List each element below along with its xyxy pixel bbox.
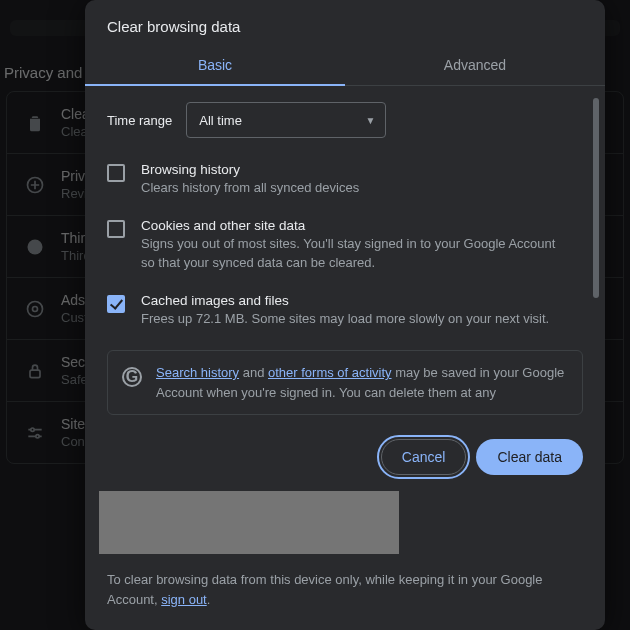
option-browsing-history: Browsing history Clears history from all… xyxy=(107,152,583,208)
tab-basic[interactable]: Basic xyxy=(85,47,345,85)
google-notice-text: Search history and other forms of activi… xyxy=(156,363,568,402)
dialog-tabs: Basic Advanced xyxy=(85,47,605,86)
dialog-title: Clear browsing data xyxy=(85,0,605,47)
checkbox-browsing-history[interactable] xyxy=(107,164,125,182)
google-account-notice: G Search history and other forms of acti… xyxy=(107,350,583,415)
checkbox-cached[interactable] xyxy=(107,295,125,313)
clear-data-button[interactable]: Clear data xyxy=(476,439,583,475)
sign-out-link[interactable]: sign out xyxy=(161,592,207,607)
time-range-value: All time xyxy=(199,113,242,128)
other-activity-link[interactable]: other forms of activity xyxy=(268,365,392,380)
time-range-select[interactable]: All time ▼ xyxy=(186,102,386,138)
option-cookies: Cookies and other site data Signs you ou… xyxy=(107,208,583,283)
option-cached: Cached images and files Frees up 72.1 MB… xyxy=(107,283,583,339)
gray-placeholder-block xyxy=(99,491,399,553)
clear-browsing-data-dialog: Clear browsing data Basic Advanced Time … xyxy=(85,0,605,630)
time-range-label: Time range xyxy=(107,113,172,128)
checkbox-cookies[interactable] xyxy=(107,220,125,238)
scrollbar-thumb[interactable] xyxy=(593,98,599,298)
dialog-footer-note: To clear browsing data from this device … xyxy=(85,560,605,630)
dialog-buttons: Cancel Clear data xyxy=(85,425,605,483)
tab-advanced[interactable]: Advanced xyxy=(345,47,605,85)
chevron-down-icon: ▼ xyxy=(365,115,375,126)
cancel-button[interactable]: Cancel xyxy=(381,439,467,475)
google-icon: G xyxy=(122,367,142,387)
search-history-link[interactable]: Search history xyxy=(156,365,239,380)
time-range-row: Time range All time ▼ xyxy=(107,102,583,138)
